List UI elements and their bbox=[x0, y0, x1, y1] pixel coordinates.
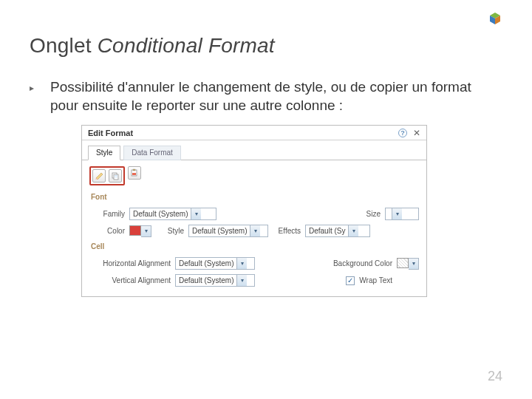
clear-format-icon[interactable] bbox=[92, 169, 106, 183]
color-swatch-none bbox=[397, 258, 409, 268]
bullet-text: Possibilité d'annuler le changement de s… bbox=[50, 78, 502, 115]
svg-rect-9 bbox=[133, 169, 135, 171]
chevron-down-icon: ▾ bbox=[250, 225, 260, 236]
cell-section-label: Cell bbox=[91, 242, 419, 250]
font-color-picker[interactable]: ▾ bbox=[129, 225, 151, 237]
svg-rect-5 bbox=[115, 175, 117, 176]
font-style-label: Style bbox=[163, 227, 184, 235]
slide-title: Onglet Conditional Format bbox=[0, 0, 532, 58]
help-icon[interactable]: ? bbox=[398, 129, 407, 137]
valign-select[interactable]: Default (System) ▾ bbox=[175, 274, 255, 287]
size-select[interactable]: ▾ bbox=[385, 208, 419, 220]
svg-rect-6 bbox=[115, 177, 117, 177]
title-prefix: Onglet bbox=[30, 34, 98, 57]
tab-style[interactable]: Style bbox=[88, 146, 120, 160]
size-label: Size bbox=[361, 210, 381, 218]
font-section-label: Font bbox=[91, 193, 419, 201]
cube-logo bbox=[488, 11, 502, 26]
paste-format-icon[interactable] bbox=[128, 166, 141, 180]
toolbar-highlight bbox=[89, 166, 125, 185]
dialog-tabs: Style Data Format bbox=[82, 140, 426, 160]
chevron-down-icon: ▾ bbox=[236, 275, 247, 286]
halign-label: Horizontal Alignment bbox=[100, 259, 171, 267]
tab-data-format[interactable]: Data Format bbox=[123, 146, 181, 160]
font-effects-label: Effects bbox=[273, 227, 301, 235]
bullet-marker: ▸ bbox=[30, 78, 50, 93]
wrap-text-checkbox[interactable]: ✓ bbox=[346, 276, 355, 285]
chevron-down-icon: ▾ bbox=[392, 208, 402, 219]
toolbar bbox=[89, 166, 419, 190]
edit-format-dialog: Edit Format ? ✕ Style Data Format bbox=[81, 125, 427, 297]
page-number: 24 bbox=[488, 369, 502, 384]
dialog-titlebar: Edit Format ? ✕ bbox=[82, 126, 426, 140]
bgcolor-label: Background Color bbox=[326, 259, 392, 267]
font-style-select[interactable]: Default (System) ▾ bbox=[188, 225, 268, 237]
chevron-down-icon: ▾ bbox=[141, 225, 151, 237]
bullet-item: ▸ Possibilité d'annuler le changement de… bbox=[0, 58, 532, 115]
bgcolor-picker[interactable]: ▾ bbox=[397, 258, 419, 270]
chevron-down-icon: ▾ bbox=[236, 258, 247, 269]
valign-label: Vertical Alignment bbox=[100, 276, 171, 284]
family-select[interactable]: Default (System) ▾ bbox=[129, 208, 216, 220]
title-italic: Conditional Format bbox=[98, 34, 275, 57]
svg-rect-8 bbox=[132, 173, 136, 175]
dialog-title: Edit Format bbox=[88, 129, 133, 137]
font-effects-select[interactable]: Default (Sy ▾ bbox=[305, 225, 370, 237]
wrap-text-label: Wrap Text bbox=[359, 276, 392, 284]
family-label: Family bbox=[100, 210, 125, 218]
chevron-down-icon: ▾ bbox=[191, 208, 201, 219]
font-color-label: Color bbox=[100, 227, 125, 235]
copy-format-icon[interactable] bbox=[109, 169, 122, 183]
color-swatch-red bbox=[129, 225, 141, 236]
halign-select[interactable]: Default (System) ▾ bbox=[175, 257, 255, 270]
chevron-down-icon: ▾ bbox=[348, 225, 358, 236]
chevron-down-icon: ▾ bbox=[409, 258, 419, 270]
close-icon[interactable]: ✕ bbox=[412, 129, 422, 137]
